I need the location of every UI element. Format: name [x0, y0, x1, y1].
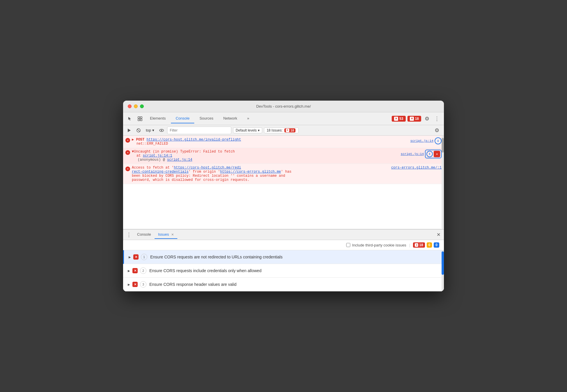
issues-header: Include third-party cookie issues | ✕ 18… — [123, 240, 444, 250]
log-anon-link-2[interactable]: script.js:14 — [167, 158, 192, 162]
log-source-link-1[interactable]: script.js:14 — [410, 139, 433, 143]
cursor-icon — [128, 116, 132, 121]
include-third-party-area: Include third-party cookie issues | ✕ 18… — [128, 242, 439, 248]
more-options-button[interactable]: ⋮ — [432, 114, 442, 123]
log-msg3-2: ' from origin 'https://cors-errors.glitc… — [188, 170, 291, 174]
console-scrollbar-thumb — [442, 138, 444, 153]
clear-console-button[interactable] — [125, 127, 133, 134]
error-x-icon: ✕ — [394, 117, 398, 121]
close-action-2[interactable]: ✕ — [434, 151, 440, 157]
log-link-3c[interactable]: https://cors-errors.glitch.me — [220, 170, 281, 174]
svg-rect-2 — [138, 119, 140, 121]
log-text-2: ▼Uncaught (in promise) TypeError: Failed… — [132, 150, 398, 162]
filter-input[interactable] — [167, 127, 231, 134]
maximize-button[interactable] — [140, 104, 144, 108]
error-icon-3: ✕ — [125, 167, 130, 171]
console-scrollbar-track[interactable] — [442, 136, 444, 229]
issues-count: 18 — [290, 129, 294, 132]
bottom-tab-more-button[interactable]: ⋮ — [125, 231, 132, 238]
anchor-icon-2[interactable]: ⬇ — [426, 151, 433, 157]
context-selector[interactable]: top ▾ — [144, 127, 156, 133]
ban-button[interactable] — [135, 127, 142, 134]
cursor-tool-button[interactable] — [125, 114, 135, 123]
minimize-button[interactable] — [134, 104, 138, 108]
issue-row-1[interactable]: ▶ ✕ 1 Ensure CORS requests are not redir… — [123, 250, 444, 264]
levels-arrow-icon: ▾ — [258, 128, 260, 132]
log-entry-3: ✕ Access to fetch at 'https://cors-host.… — [123, 164, 444, 184]
issues-tab-label: Issues — [158, 232, 169, 237]
levels-dropdown[interactable]: Default levels ▾ — [233, 127, 262, 133]
badge-info-num: 0 — [435, 243, 438, 247]
bottom-panel-close[interactable]: ✕ — [435, 231, 442, 239]
issues-label: 18 Issues: — [267, 128, 283, 132]
issues-scrollbar-track[interactable] — [442, 250, 444, 291]
log-method-1: POST — [136, 138, 146, 142]
error-count-badge[interactable]: ✕ 53 — [392, 116, 405, 122]
action-highlight-box: ⬇ ✕ — [425, 150, 442, 158]
log-source-link-3[interactable]: cors-errors.glitch.me/:1 — [391, 166, 442, 170]
log-msg3-4: password, which is disallowed for cross-… — [132, 178, 249, 182]
issues-tab-close[interactable]: ✕ — [171, 233, 174, 236]
eye-icon — [159, 128, 164, 133]
close-button[interactable] — [128, 104, 132, 108]
log-link-3a[interactable]: https://cors-host.glitch.me/redi — [174, 166, 241, 170]
tab-sources[interactable]: Sources — [195, 114, 218, 123]
issue-label-3: Ensure CORS response header values are v… — [149, 282, 237, 287]
tab-issues[interactable]: Issues ✕ — [155, 230, 177, 239]
error-icon-2: ✕ — [125, 150, 130, 155]
issue-count: 18 — [415, 117, 419, 121]
issue-error-icon-1: ✕ — [133, 254, 139, 260]
eye-button[interactable] — [158, 127, 165, 134]
window-title: DevTools - cors-errors.glitch.me/ — [256, 104, 311, 108]
tab-console-bottom[interactable]: Console — [134, 230, 155, 239]
issue-count-badge[interactable]: ✕ 18 — [407, 116, 421, 122]
svg-point-8 — [161, 130, 162, 131]
issue-row-3[interactable]: ▶ ✕ 3 Ensure CORS response header values… — [123, 278, 444, 291]
badge-warn-num: 0 — [428, 243, 430, 247]
issue-row-2[interactable]: ▶ ✕ 2 Ensure CORS requests include crede… — [123, 264, 444, 278]
log-link-3b[interactable]: rect-containing-credentials — [132, 170, 188, 174]
svg-marker-4 — [128, 129, 131, 132]
badge-x-icon: ✕ — [415, 243, 418, 247]
svg-rect-0 — [138, 117, 140, 118]
tab-elements[interactable]: Elements — [145, 114, 170, 123]
title-bar: DevTools - cors-errors.glitch.me/ — [123, 101, 444, 112]
issue-label-1: Ensure CORS requests are not redirected … — [150, 255, 283, 259]
ban-icon — [136, 128, 141, 133]
console-output: ✕ ▶ POST https://cors-host.glitch.me/inv… — [123, 136, 444, 229]
inspect-button[interactable] — [135, 114, 145, 123]
log-source-3-right: cors-errors.glitch.me/:1 — [391, 166, 442, 170]
issues-button[interactable]: 18 Issues: ✕ 18 — [264, 127, 299, 133]
tab-network[interactable]: Network — [219, 114, 242, 123]
tab-more[interactable]: » — [242, 114, 254, 123]
log-text-3: Access to fetch at 'https://cors-host.gl… — [132, 166, 442, 182]
svg-rect-3 — [140, 119, 142, 121]
log-msg3-3: been blocked by CORS policy: Redirect lo… — [132, 174, 285, 178]
expand-icon-3[interactable]: ▶ — [128, 283, 130, 286]
issues-info-count: 0 — [434, 242, 439, 248]
console-toolbar: top ▾ Default levels ▾ 18 Issues: ✕ 18 ⚙ — [123, 125, 444, 136]
log-at-link-2[interactable]: script.js:14:1 — [143, 154, 172, 158]
svg-line-6 — [137, 129, 140, 132]
console-settings-button[interactable]: ⚙ — [432, 126, 442, 135]
anchor-icon-1[interactable]: ⬇ — [435, 137, 442, 144]
issue-label-2: Ensure CORS requests include credentials… — [149, 268, 261, 273]
tab-console[interactable]: Console — [171, 114, 194, 123]
log-source-area-1: script.js:14 ⬇ — [408, 137, 442, 144]
log-triangle-1[interactable]: ▶ — [132, 138, 134, 142]
log-sub-2: at script.js:14:1 — [132, 154, 172, 158]
include-third-party-checkbox[interactable] — [346, 243, 350, 247]
issue-num-3: 3 — [140, 281, 146, 288]
context-label: top — [146, 128, 151, 132]
inspect-icon — [138, 116, 142, 121]
log-source-link-2[interactable]: script.js:14 — [401, 152, 424, 156]
issues-warn-count: 0 — [427, 242, 432, 248]
log-url-1[interactable]: https://cors-host.glitch.me/invalid-pref… — [146, 138, 241, 142]
svg-rect-1 — [140, 117, 142, 118]
issue-num-2: 2 — [140, 267, 146, 274]
settings-button[interactable]: ⚙ — [422, 114, 432, 123]
expand-icon-1[interactable]: ▶ — [129, 256, 131, 259]
bottom-tabs-bar: ⋮ Console Issues ✕ ✕ — [123, 230, 444, 240]
issue-error-icon-2: ✕ — [132, 268, 138, 273]
expand-icon-2[interactable]: ▶ — [128, 269, 130, 272]
